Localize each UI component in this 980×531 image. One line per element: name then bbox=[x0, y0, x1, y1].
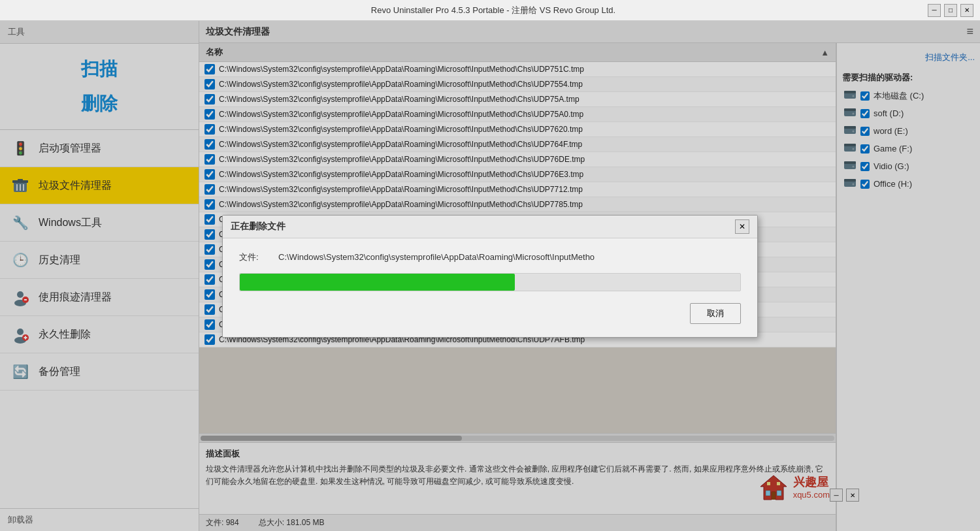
modal-cancel-button[interactable]: 取消 bbox=[690, 303, 741, 324]
modal-title: 正在删除文件 bbox=[231, 221, 286, 233]
modal-file-label: 文件: bbox=[239, 251, 272, 263]
modal-actions: 取消 bbox=[239, 303, 741, 324]
modal-progress-bar bbox=[239, 273, 741, 291]
modal-title-bar: 正在删除文件 ✕ bbox=[223, 216, 757, 238]
modal-file-row: 文件: C:\Windows\System32\config\systempro… bbox=[239, 251, 741, 263]
window-controls: ─ □ ✕ bbox=[928, 4, 973, 17]
delete-modal: 正在删除文件 ✕ 文件: C:\Windows\System32\config\… bbox=[222, 215, 758, 338]
modal-close-button[interactable]: ✕ bbox=[735, 219, 749, 234]
modal-file-path: C:\Windows\System32\config\systemprofile… bbox=[278, 252, 741, 262]
modal-overlay: 正在删除文件 ✕ 文件: C:\Windows\System32\config\… bbox=[0, 21, 980, 531]
modal-progress-fill bbox=[240, 274, 515, 291]
title-bar: Revo Uninstaller Pro 4.5.3 Portable - 注册… bbox=[0, 0, 980, 21]
modal-body: 文件: C:\Windows\System32\config\systempro… bbox=[223, 238, 757, 337]
close-button[interactable]: ✕ bbox=[960, 4, 973, 17]
app-title: Revo Uninstaller Pro 4.5.3 Portable - 注册… bbox=[59, 5, 928, 16]
minimize-button[interactable]: ─ bbox=[928, 4, 941, 17]
maximize-button[interactable]: □ bbox=[944, 4, 957, 17]
